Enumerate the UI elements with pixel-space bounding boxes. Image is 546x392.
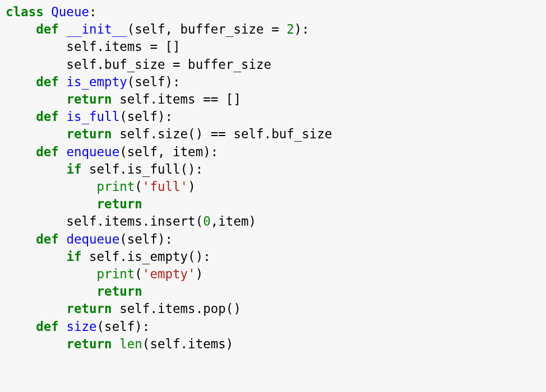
- is-empty-params: (self):: [127, 74, 181, 89]
- kw-return: return: [66, 127, 112, 141]
- class-name: Queue: [51, 4, 89, 19]
- call-len: len: [119, 337, 142, 351]
- dequeue-body: self.items.pop(): [112, 301, 241, 316]
- kw-def: def: [36, 109, 59, 124]
- call-print: print: [97, 179, 135, 194]
- kw-def: def: [36, 144, 59, 159]
- line-items-init: self.items = []: [6, 39, 181, 54]
- kw-return: return: [66, 301, 112, 316]
- method-enqueue: enqueue: [66, 144, 119, 159]
- method-init: __init__: [66, 22, 127, 36]
- init-close: ):: [294, 22, 309, 36]
- kw-class: class: [6, 4, 44, 19]
- dequeue-params: (self):: [119, 232, 173, 246]
- call-print: print: [97, 267, 135, 281]
- method-is-full: is_full: [66, 109, 119, 124]
- enqueue-cond: self.is_full():: [81, 162, 203, 176]
- kw-def: def: [36, 22, 59, 36]
- kw-def: def: [36, 319, 59, 334]
- enqueue-params: (self, item):: [119, 144, 218, 159]
- kw-if: if: [66, 249, 81, 264]
- dequeue-cond: self.is_empty():: [81, 249, 210, 264]
- kw-return: return: [97, 197, 142, 211]
- kw-if: if: [66, 162, 81, 176]
- method-size: size: [66, 319, 96, 334]
- kw-def: def: [36, 74, 59, 89]
- method-is-empty: is_empty: [66, 74, 127, 89]
- is-full-params: (self):: [119, 109, 173, 124]
- is-empty-body: self.items == []: [112, 92, 241, 106]
- size-params: (self):: [97, 319, 150, 334]
- str-empty: 'empty': [142, 267, 196, 281]
- init-params: (self, buffer_size =: [127, 22, 286, 36]
- is-full-body: self.size() == self.buf_size: [112, 127, 332, 141]
- code-block: class Queue: def __init__(self, buffer_s…: [0, 0, 546, 353]
- kw-return: return: [97, 284, 142, 298]
- size-body: (self.items): [142, 337, 234, 351]
- insert-head: self.items.insert(: [6, 214, 203, 228]
- kw-return: return: [66, 92, 112, 106]
- str-full: 'full': [142, 179, 188, 194]
- kw-return: return: [66, 337, 112, 351]
- line-bufsize: self.buf_size = buffer_size: [6, 57, 271, 72]
- num-zero: 0: [203, 214, 211, 228]
- method-dequeue: dequeue: [66, 232, 119, 246]
- kw-def: def: [36, 232, 59, 246]
- insert-tail: ,item): [211, 214, 256, 228]
- num-two: 2: [286, 22, 294, 36]
